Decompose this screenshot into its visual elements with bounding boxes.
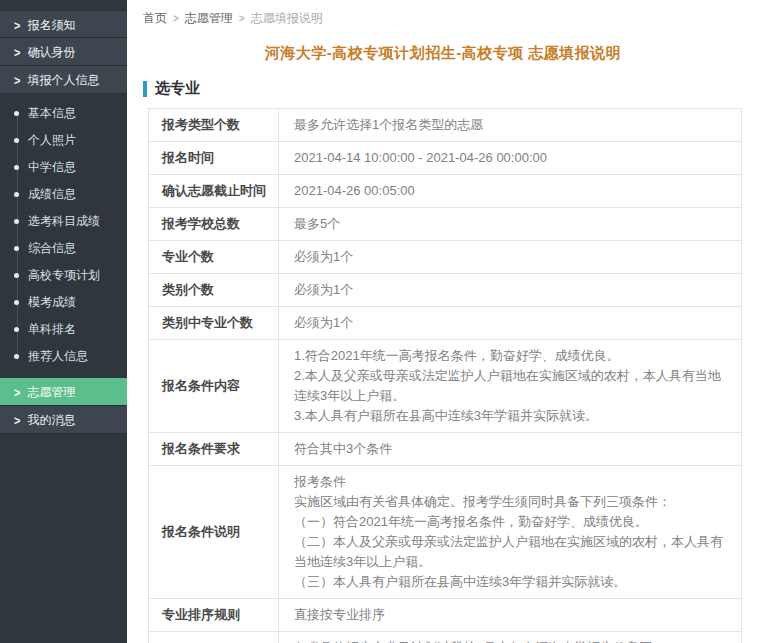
table-row: 报考类型个数 最多允许选择1个报名类型的志愿	[149, 109, 742, 142]
table-row-label: 专业个数	[149, 241, 279, 274]
table-value-line: （二）本人及父亲或母亲或法定监护人户籍地在实施区域的农村，本人具有当地连续3年以…	[294, 532, 731, 572]
table-row-label: 确认志愿截止时间	[149, 175, 279, 208]
sidebar-item[interactable]: >确认身份	[0, 38, 127, 66]
sidebar-sub-item[interactable]: 模考成绩	[0, 289, 127, 316]
sidebar-sub-item-label: 中学信息	[28, 160, 76, 174]
table-row: 专业个数 必须为1个	[149, 241, 742, 274]
table-row-value: 最多5个	[279, 208, 742, 241]
bullet-icon	[14, 138, 19, 143]
table-value-line: （三）本人具有户籍所在县高中连续3年学籍并实际就读。	[294, 572, 731, 592]
chevron-right-icon: >	[14, 64, 20, 96]
section-accent-bar	[143, 81, 147, 97]
table-row-value: 必须为1个	[279, 307, 742, 340]
table-row-label: 类别个数	[149, 274, 279, 307]
sidebar-sub-item[interactable]: 选考科目成绩	[0, 208, 127, 235]
sidebar-item-label: 确认身份	[27, 45, 75, 59]
chevron-right-icon: >	[173, 13, 179, 24]
table-row-value: 符合其中3个条件	[279, 433, 742, 466]
bullet-icon	[14, 165, 19, 170]
table-row-label: 专业排序规则	[149, 599, 279, 632]
sidebar-sub-item[interactable]: 基本信息	[0, 100, 127, 127]
sidebar-sub-item-label: 基本信息	[28, 106, 76, 120]
breadcrumb-home[interactable]: 首页	[143, 11, 167, 25]
page-title: 河海大学-高校专项计划招生-高校专项 志愿填报说明	[127, 44, 759, 63]
bullet-icon	[14, 327, 19, 332]
sidebar: >报名须知 >确认身份 >填报个人信息 基本信息 个人照片 中学信息 成绩信息 …	[0, 0, 127, 643]
bullet-icon	[14, 111, 19, 116]
sidebar-sub-item-label: 综合信息	[28, 241, 76, 255]
table-row-value: 必须为1个	[279, 241, 742, 274]
table-row: 报考学校总数 最多5个	[149, 208, 742, 241]
table-value-line: 1.符合2021年统一高考报名条件，勤奋好学、成绩优良。	[294, 346, 731, 366]
chevron-right-icon: >	[239, 13, 245, 24]
sidebar-item-label: 志愿管理	[27, 385, 75, 399]
sidebar-sub-item-label: 单科排名	[28, 322, 76, 336]
table-row: 类别个数 必须为1个	[149, 274, 742, 307]
table-value-line: 报考条件	[294, 472, 731, 492]
table-row: 类别中专业个数 必须为1个	[149, 307, 742, 340]
sidebar-sub-item[interactable]: 中学信息	[0, 154, 127, 181]
table-row-label: 报考学校总数	[149, 208, 279, 241]
sidebar-sub-item[interactable]: 个人照片	[0, 127, 127, 154]
application-spec-table: 报考类型个数 最多允许选择1个报名类型的志愿 报名时间 2021-04-14 1…	[148, 108, 742, 643]
sidebar-sub-item[interactable]: 综合信息	[0, 235, 127, 262]
sidebar-top-group: >报名须知 >确认身份 >填报个人信息	[0, 10, 127, 94]
table-row: 专业排序规则 直接按专业排序	[149, 599, 742, 632]
sidebar-item-label: 填报个人信息	[27, 73, 99, 87]
table-value-line: 2.本人及父亲或母亲或法定监护人户籍地在实施区域的农村，本人具有当地连续3年以上…	[294, 366, 731, 406]
sidebar-sub-item-label: 推荐人信息	[28, 349, 88, 363]
table-row: 报名条件要求 符合其中3个条件	[149, 433, 742, 466]
breadcrumb-volunteer-management[interactable]: 志愿管理	[185, 11, 233, 25]
table-row-label: 类别中专业个数	[149, 307, 279, 340]
sidebar-sub-item[interactable]: 推荐人信息	[0, 343, 127, 370]
table-row-value: 2021-04-14 10:00:00 - 2021-04-26 00:00:0…	[279, 142, 742, 175]
sidebar-sub-item-label: 模考成绩	[28, 295, 76, 309]
sidebar-item-label: 报名须知	[27, 18, 75, 32]
table-row-label: 报名条件要求	[149, 433, 279, 466]
bullet-icon	[14, 354, 19, 359]
bullet-icon	[14, 246, 19, 251]
table-row-value: 2021-04-26 00:05:00	[279, 175, 742, 208]
chevron-right-icon: >	[14, 404, 20, 436]
table-row-label: 排序说明	[149, 632, 279, 643]
breadcrumb-current-page: 志愿填报说明	[251, 11, 323, 25]
table-row: 排序说明 各省具体招生专业及计划以我校6月中旬在河海大学招生信息网（http:/…	[149, 632, 742, 643]
table-row-label: 报名条件说明	[149, 466, 279, 599]
table-value-line: （一）符合2021年统一高考报名条件，勤奋好学、成绩优良。	[294, 512, 731, 532]
sidebar-sub-menu: 基本信息 个人照片 中学信息 成绩信息 选考科目成绩 综合信息 高校专项计划 模…	[0, 94, 127, 378]
sidebar-item-my-messages[interactable]: >我的消息	[0, 406, 127, 434]
table-row: 报名条件说明 报考条件实施区域由有关省具体确定。报考学生须同时具备下列三项条件：…	[149, 466, 742, 599]
sidebar-sub-item-label: 个人照片	[28, 133, 76, 147]
table-row-label: 报名条件内容	[149, 340, 279, 433]
main-content: 首页>志愿管理>志愿填报说明 河海大学-高校专项计划招生-高校专项 志愿填报说明…	[127, 0, 759, 643]
table-row-value: 直接按专业排序	[279, 599, 742, 632]
table-row-value: 必须为1个	[279, 274, 742, 307]
sidebar-sub-item[interactable]: 成绩信息	[0, 181, 127, 208]
sidebar-sub-item[interactable]: 单科排名	[0, 316, 127, 343]
table-row: 报名条件内容 1.符合2021年统一高考报名条件，勤奋好学、成绩优良。2.本人及…	[149, 340, 742, 433]
sidebar-sub-item-label: 高校专项计划	[28, 268, 100, 282]
sidebar-item[interactable]: >填报个人信息	[0, 66, 127, 94]
sidebar-item-volunteer-management[interactable]: >志愿管理	[0, 378, 127, 406]
bullet-icon	[14, 219, 19, 224]
sidebar-sub-item-label: 选考科目成绩	[28, 214, 100, 228]
table-row-label: 报考类型个数	[149, 109, 279, 142]
bullet-icon	[14, 300, 19, 305]
table-row: 确认志愿截止时间 2021-04-26 00:05:00	[149, 175, 742, 208]
spec-table-body: 报考类型个数 最多允许选择1个报名类型的志愿 报名时间 2021-04-14 1…	[149, 109, 742, 643]
breadcrumb: 首页>志愿管理>志愿填报说明	[127, 0, 759, 27]
table-row-value: 报考条件实施区域由有关省具体确定。报考学生须同时具备下列三项条件：（一）符合20…	[279, 466, 742, 599]
table-row-value: 各省具体招生专业及计划以我校6月中旬在河海大学招生信息网（http://zsw.…	[279, 632, 742, 643]
table-value-line: 3.本人具有户籍所在县高中连续3年学籍并实际就读。	[294, 406, 731, 426]
section-header-label: 选专业	[155, 79, 200, 98]
table-value-line: 实施区域由有关省具体确定。报考学生须同时具备下列三项条件：	[294, 492, 731, 512]
bullet-icon	[14, 192, 19, 197]
sidebar-sub-item[interactable]: 高校专项计划	[0, 262, 127, 289]
sidebar-item-label: 我的消息	[27, 413, 75, 427]
bullet-icon	[14, 273, 19, 278]
sidebar-item[interactable]: >报名须知	[0, 10, 127, 38]
table-row-value: 最多允许选择1个报名类型的志愿	[279, 109, 742, 142]
table-row-value: 1.符合2021年统一高考报名条件，勤奋好学、成绩优良。2.本人及父亲或母亲或法…	[279, 340, 742, 433]
table-row-label: 报名时间	[149, 142, 279, 175]
table-row: 报名时间 2021-04-14 10:00:00 - 2021-04-26 00…	[149, 142, 742, 175]
